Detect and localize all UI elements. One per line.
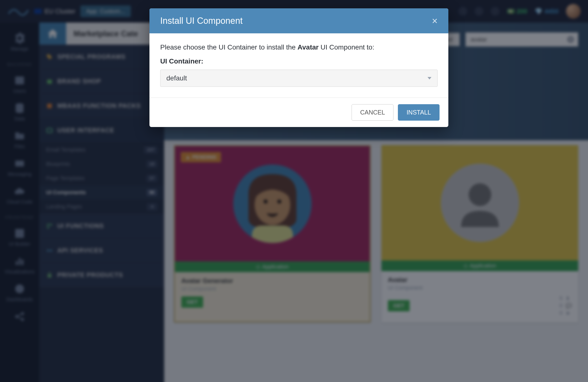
container-select[interactable]: default xyxy=(160,70,438,87)
modal-body: Please choose the UI Container to instal… xyxy=(149,33,448,98)
cancel-button[interactable]: CANCEL xyxy=(352,104,394,121)
modal-title: Install UI Component xyxy=(160,16,243,26)
install-modal: Install UI Component × Please choose the… xyxy=(149,8,448,127)
modal-header: Install UI Component × xyxy=(149,8,448,33)
chevron-down-icon xyxy=(427,77,431,79)
close-icon[interactable]: × xyxy=(432,16,438,26)
install-button[interactable]: INSTALL xyxy=(398,104,440,121)
container-label: UI Container: xyxy=(160,57,438,65)
modal-prompt: Please choose the UI Container to instal… xyxy=(160,42,438,52)
app-root: EU Cluster App: Custom... 💵 200 💎 4450 M… xyxy=(0,0,588,382)
modal-footer: CANCEL INSTALL xyxy=(149,98,448,127)
select-value: default xyxy=(166,74,187,82)
